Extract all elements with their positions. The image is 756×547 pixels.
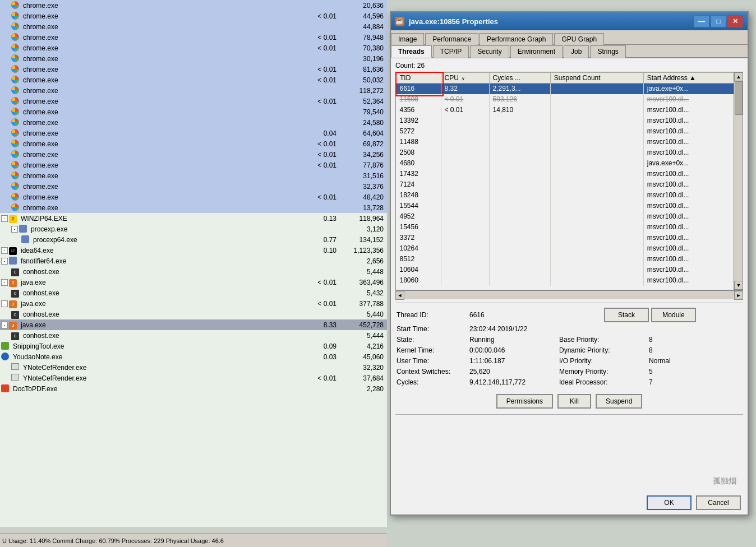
col-suspend[interactable]: Suspend Count (550, 73, 643, 84)
list-item[interactable]: procexp64.exe0.77134,152 (0, 234, 387, 245)
list-item[interactable]: -Jjava.exe< 0.01377,788 (0, 298, 387, 309)
cancel-button[interactable]: Cancel (696, 495, 741, 510)
tab-image[interactable]: Image (391, 33, 424, 45)
table-row[interactable]: 4680 java.exe+0x... (397, 158, 743, 169)
list-item[interactable]: chrome.exe< 0.0134,256 (0, 149, 387, 160)
tab-performance[interactable]: Performance (425, 33, 478, 45)
suspend-button[interactable]: Suspend (596, 394, 642, 409)
list-item[interactable]: -Jjava.exe< 0.01363,496 (0, 277, 387, 288)
list-item[interactable]: chrome.exe< 0.0178,948 (0, 32, 387, 43)
tab-tcpip[interactable]: TCP/IP (433, 45, 469, 58)
col-cpu[interactable]: CPU ∨ (441, 73, 489, 84)
list-item[interactable]: -IJidea64.exe0.101,123,356 (0, 245, 387, 256)
expand-btn[interactable]: - (1, 215, 8, 222)
table-row[interactable]: 15544 msvcr100.dl... (397, 201, 743, 211)
list-item[interactable]: chrome.exe20,636 (0, 0, 387, 11)
list-item[interactable]: chrome.exe79,540 (0, 106, 387, 117)
list-item[interactable]: chrome.exe< 0.0150,032 (0, 75, 387, 85)
maximize-button[interactable]: □ (711, 15, 726, 27)
col-cycles[interactable]: Cycles ... (489, 73, 550, 84)
col-tid[interactable]: TID (397, 73, 441, 84)
table-row[interactable]: 18060 msvcr100.dl... (397, 275, 743, 286)
table-row[interactable]: 10604 msvcr100.dl... (397, 265, 743, 275)
tab-environment[interactable]: Environment (510, 45, 563, 58)
list-item[interactable]: -fsnotifier64.exe2,656 (0, 256, 387, 266)
permissions-button[interactable]: Permissions (496, 394, 553, 409)
module-button[interactable]: Module (651, 308, 696, 322)
list-item[interactable]: -ZWINZIP64.EXE0.13118,964 (0, 213, 387, 224)
list-item[interactable]: chrome.exe44,884 (0, 21, 387, 32)
list-item[interactable]: chrome.exe< 0.0148,420 (0, 192, 387, 202)
list-item[interactable]: YoudaoNote.exe0.0345,060 (0, 351, 387, 362)
table-row[interactable]: 15456 msvcr100.dl... (397, 222, 743, 233)
list-item[interactable]: chrome.exe< 0.0177,876 (0, 160, 387, 170)
list-item[interactable]: chrome.exe< 0.0144,596 (0, 11, 387, 21)
list-item[interactable]: chrome.exe13,728 (0, 202, 387, 213)
table-row[interactable]: 5272 msvcr100.dl... (397, 126, 743, 137)
table-row[interactable]: 18248 msvcr100.dl... (397, 190, 743, 201)
list-item[interactable]: -Jjava.exe8.33452,728 (0, 319, 387, 330)
scroll-down[interactable]: ▼ (734, 281, 743, 290)
stack-button[interactable]: Stack (604, 308, 649, 322)
table-row[interactable]: 7124 msvcr100.dl... (397, 179, 743, 190)
expand-btn[interactable]: - (11, 226, 18, 233)
list-item[interactable]: chrome.exe118,272 (0, 85, 387, 96)
list-item[interactable]: Cconhost.exe5,432 (0, 288, 387, 298)
table-row[interactable]: 8512 msvcr100.dl... (397, 254, 743, 265)
list-item[interactable]: DocToPDF.exe2,280 (0, 383, 387, 394)
table-row[interactable]: 11488 msvcr100.dl... (397, 137, 743, 147)
list-item[interactable]: chrome.exe31,516 (0, 170, 387, 181)
list-item[interactable]: Cconhost.exe5,448 (0, 266, 387, 277)
table-row[interactable]: 4952 msvcr100.dl... (397, 211, 743, 222)
table-row[interactable]: 10264 msvcr100.dl... (397, 243, 743, 254)
expand-btn[interactable]: - (1, 300, 8, 307)
tab-strings[interactable]: Strings (590, 45, 625, 58)
tab-job[interactable]: Job (564, 45, 589, 58)
list-item[interactable]: chrome.exe0.0464,604 (0, 128, 387, 138)
list-item[interactable]: chrome.exe< 0.0181,636 (0, 64, 387, 75)
list-item[interactable]: YNoteCefRender.exe< 0.0137,684 (0, 373, 387, 383)
thread-scrollbar[interactable]: ▲ ▼ (734, 72, 743, 290)
col-address[interactable]: Start Address ▲ (643, 73, 742, 84)
scroll-thumb[interactable] (735, 81, 743, 115)
list-item[interactable]: Cconhost.exe5,444 (0, 330, 387, 341)
cell-address: msvcr100.dl... (643, 265, 742, 275)
list-item[interactable]: chrome.exe< 0.0152,364 (0, 96, 387, 106)
table-row[interactable]: 13392 msvcr100.dl... (397, 115, 743, 126)
list-item[interactable]: chrome.exe24,580 (0, 117, 387, 128)
tab-security[interactable]: Security (470, 45, 509, 58)
scroll-up[interactable]: ▲ (734, 72, 743, 81)
list-item[interactable]: chrome.exe32,376 (0, 181, 387, 192)
table-row[interactable]: 3372 msvcr100.dl... (397, 233, 743, 243)
table-row[interactable]: 11608 < 0.01 503,126 msvcr100.dl... (397, 94, 743, 105)
expand-btn[interactable]: - (1, 322, 8, 328)
list-item[interactable]: chrome.exe30,196 (0, 53, 387, 64)
scroll-left[interactable]: ◄ (395, 291, 404, 300)
ok-button[interactable]: OK (647, 495, 692, 510)
expand-btn[interactable]: - (1, 247, 8, 254)
close-button[interactable]: ✕ (727, 15, 743, 27)
list-item[interactable]: chrome.exe< 0.0169,872 (0, 138, 387, 149)
list-item[interactable]: chrome.exe< 0.0170,380 (0, 43, 387, 53)
table-row[interactable]: 17432 msvcr100.dl... (397, 169, 743, 179)
tid-label: Thread ID: (397, 311, 469, 319)
horiz-scrollbar[interactable]: ◄ ► (395, 290, 743, 299)
state-label: State: (397, 336, 469, 344)
list-item[interactable]: SnippingTool.exe0.094,216 (0, 341, 387, 351)
list-item[interactable]: YNoteCefRender.exe32,320 (0, 362, 387, 373)
expand-btn[interactable]: - (1, 279, 8, 286)
list-item[interactable]: Cconhost.exe5,440 (0, 309, 387, 319)
table-row[interactable]: 4356 < 0.01 14,810 msvcr100.dl... (397, 105, 743, 115)
scroll-track[interactable] (404, 291, 734, 299)
list-item[interactable]: -procexp.exe3,120 (0, 224, 387, 234)
tab-performance-graph[interactable]: Performance Graph (480, 33, 553, 45)
table-row[interactable]: 2508 msvcr100.dl... (397, 147, 743, 158)
thread-table-container[interactable]: TID CPU ∨ Cycles ... Suspend Count Start… (395, 72, 743, 290)
table-row[interactable]: 6616 8.32 2,291,3... java.exe+0x... (397, 84, 743, 94)
expand-btn[interactable]: - (1, 258, 8, 265)
tab-gpu-graph[interactable]: GPU Graph (554, 33, 604, 45)
scroll-right[interactable]: ► (734, 291, 743, 300)
kill-button[interactable]: Kill (557, 394, 591, 409)
tab-threads[interactable]: Threads (391, 45, 432, 58)
minimize-button[interactable]: — (694, 15, 709, 27)
